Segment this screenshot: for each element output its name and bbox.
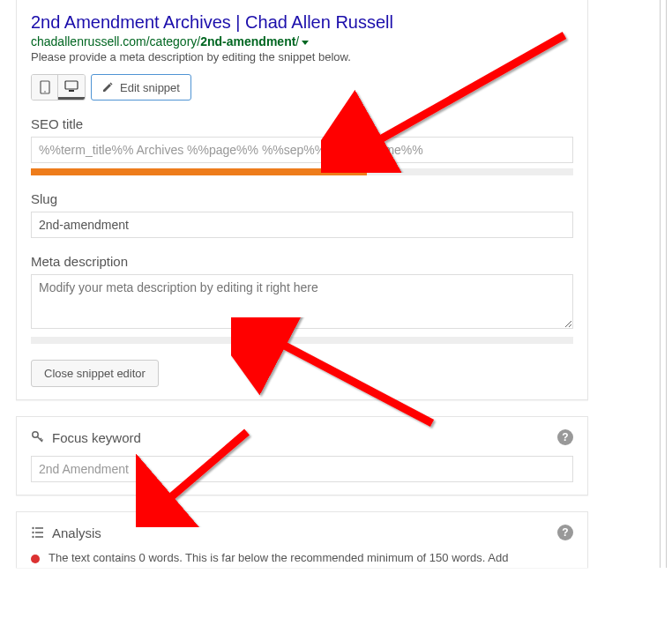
svg-rect-3: [69, 90, 74, 92]
slug-label: Slug: [31, 191, 573, 206]
snippet-editor-panel: 2nd Amendment Archives | Chad Allen Russ…: [16, 0, 588, 400]
svg-rect-2: [65, 81, 78, 89]
desktop-preview-button[interactable]: [58, 75, 85, 100]
slug-input[interactable]: [31, 212, 573, 238]
svg-rect-8: [35, 532, 43, 533]
meta-description-group: Meta description: [31, 254, 573, 344]
seo-title-group: SEO title: [31, 116, 573, 175]
mobile-preview-button[interactable]: [32, 75, 58, 100]
svg-point-4: [33, 432, 38, 437]
mobile-icon: [40, 80, 50, 94]
list-icon: [31, 525, 45, 540]
caret-down-icon: [302, 41, 309, 45]
focus-keyword-panel: Focus keyword ?: [16, 416, 588, 495]
focus-keyword-input[interactable]: [31, 456, 573, 482]
device-row: Edit snippet: [31, 74, 573, 101]
analysis-panel: Analysis ? The text contains 0 words. Th…: [16, 511, 588, 568]
meta-description-input[interactable]: [31, 274, 573, 329]
desktop-icon: [64, 80, 78, 93]
focus-keyword-header: Focus keyword ?: [31, 429, 573, 445]
serp-url-prefix: chadallenrussell.com/category/: [31, 34, 200, 48]
slug-group: Slug: [31, 191, 573, 238]
close-snippet-button[interactable]: Close snippet editor: [31, 360, 159, 387]
svg-point-5: [32, 527, 34, 529]
focus-keyword-label: Focus keyword: [52, 430, 141, 445]
edit-snippet-label: Edit snippet: [120, 81, 180, 94]
analysis-header: Analysis ?: [31, 525, 573, 540]
seo-title-input[interactable]: [31, 137, 573, 163]
svg-point-1: [44, 91, 46, 93]
meta-description-progress: [31, 337, 573, 344]
serp-url-suffix: /: [295, 34, 299, 48]
seo-title-progress: [31, 168, 573, 175]
status-dot-red: [31, 555, 40, 563]
analysis-title: Analysis: [31, 525, 101, 540]
key-icon: [31, 430, 45, 444]
serp-title: 2nd Amendment Archives | Chad Allen Russ…: [31, 12, 573, 33]
right-divider: [660, 0, 667, 568]
meta-description-label: Meta description: [31, 254, 573, 269]
device-toggle: [31, 74, 86, 101]
edit-snippet-button[interactable]: Edit snippet: [91, 74, 191, 101]
serp-description: Please provide a meta description by edi…: [31, 50, 573, 63]
serp-url-slug: 2nd-amendment: [200, 34, 295, 48]
pencil-icon: [102, 82, 113, 93]
help-icon[interactable]: ?: [557, 525, 573, 540]
seo-title-progress-fill: [31, 168, 367, 175]
svg-point-9: [32, 536, 34, 538]
svg-rect-10: [35, 536, 43, 538]
focus-keyword-title: Focus keyword: [31, 430, 141, 445]
seo-title-label: SEO title: [31, 116, 573, 131]
analysis-text: The text contains 0 words. This is far b…: [49, 551, 508, 564]
svg-point-7: [32, 532, 34, 533]
analysis-item: The text contains 0 words. This is far b…: [31, 551, 573, 564]
help-icon[interactable]: ?: [557, 429, 573, 445]
analysis-label: Analysis: [52, 525, 101, 540]
serp-url: chadallenrussell.com/category/2nd-amendm…: [31, 34, 573, 48]
svg-rect-6: [35, 527, 43, 529]
